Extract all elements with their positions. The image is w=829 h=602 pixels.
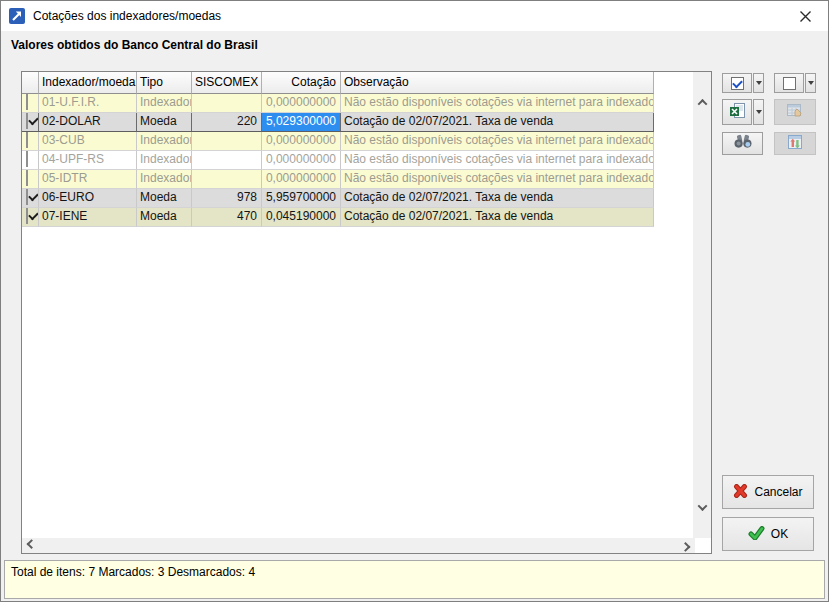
grid-container: Indexador/moeda Tipo SISCOMEX Cotação Ob… bbox=[21, 71, 712, 554]
row-checkbox[interactable] bbox=[26, 132, 28, 148]
cell-siscomex bbox=[192, 170, 262, 189]
table-row[interactable]: 06-EURO Moeda 978 5,959700000 Cotação de… bbox=[22, 189, 654, 208]
cell-observacao: Cotação de 02/07/2021. Taxa de venda bbox=[341, 113, 654, 132]
table-row[interactable]: 05-IDTR Indexador 0,000000000 Não estão … bbox=[22, 170, 654, 189]
empty-checkbox-icon bbox=[783, 77, 796, 90]
cell-observacao: Não estão disponíveis cotações via inter… bbox=[341, 151, 654, 170]
table-row[interactable]: 04-UPF-RS Indexador 0,000000000 Não estã… bbox=[22, 151, 654, 170]
row-checkbox[interactable] bbox=[26, 170, 28, 186]
row-checkbox[interactable] bbox=[26, 151, 28, 167]
column-header-tipo[interactable]: Tipo bbox=[137, 72, 192, 94]
scroll-right-icon[interactable] bbox=[677, 538, 694, 553]
apply-selection-button bbox=[774, 99, 816, 125]
cell-indexador: 03-CUB bbox=[39, 132, 137, 151]
table-row[interactable]: 01-U.F.I.R. Indexador 0,000000000 Não es… bbox=[22, 94, 654, 113]
row-checkbox-cell[interactable] bbox=[22, 151, 39, 170]
status-bar: Total de itens: 7 Marcados: 3 Desmarcado… bbox=[4, 560, 825, 599]
row-checkbox[interactable] bbox=[26, 208, 28, 224]
ok-check-icon bbox=[748, 526, 765, 543]
cell-indexador: 04-UPF-RS bbox=[39, 151, 137, 170]
horizontal-scrollbar[interactable] bbox=[22, 538, 695, 553]
cell-indexador: 02-DOLAR bbox=[39, 113, 137, 132]
cell-indexador: 05-IDTR bbox=[39, 170, 137, 189]
mark-all-dropdown-button[interactable] bbox=[753, 73, 764, 93]
checked-checkbox-icon bbox=[731, 77, 744, 90]
cell-indexador: 07-IENE bbox=[39, 208, 137, 227]
app-icon bbox=[9, 8, 25, 24]
column-header-indexador[interactable]: Indexador/moeda bbox=[39, 72, 137, 94]
cell-tipo: Indexador bbox=[137, 94, 192, 113]
row-checkbox[interactable] bbox=[26, 113, 28, 129]
vertical-scrollbar[interactable] bbox=[693, 72, 711, 538]
row-checkbox[interactable] bbox=[26, 189, 28, 205]
cell-cotacao: 0,045190000 bbox=[262, 208, 341, 227]
cell-siscomex: 220 bbox=[192, 113, 262, 132]
row-checkbox-cell[interactable] bbox=[22, 113, 39, 132]
cell-observacao: Não estão disponíveis cotações via inter… bbox=[341, 94, 654, 113]
cell-siscomex bbox=[192, 94, 262, 113]
hand-grid-icon bbox=[786, 102, 804, 122]
export-dropdown-button[interactable] bbox=[753, 99, 764, 125]
cell-cotacao: 0,000000000 bbox=[262, 151, 341, 170]
cell-siscomex bbox=[192, 151, 262, 170]
cancel-button-label: Cancelar bbox=[754, 485, 802, 499]
scroll-down-icon[interactable] bbox=[693, 499, 711, 516]
cell-cotacao: 0,000000000 bbox=[262, 94, 341, 113]
dialog-cotacoes: Cotações dos indexadores/moedas Valores … bbox=[0, 0, 829, 602]
ok-button-label: OK bbox=[771, 527, 788, 541]
cancel-button[interactable]: Cancelar bbox=[722, 475, 814, 509]
window-title: Cotações dos indexadores/moedas bbox=[33, 9, 221, 23]
row-checkbox-cell[interactable] bbox=[22, 132, 39, 151]
column-header-observacao[interactable]: Observação bbox=[341, 72, 654, 94]
cell-tipo: Indexador bbox=[137, 132, 192, 151]
adjust-columns-button bbox=[774, 132, 816, 155]
export-excel-button[interactable] bbox=[722, 99, 752, 125]
grid-rows: 01-U.F.I.R. Indexador 0,000000000 Não es… bbox=[22, 94, 654, 227]
column-header-siscomex[interactable]: SISCOMEX bbox=[192, 72, 262, 94]
row-checkbox-cell[interactable] bbox=[22, 189, 39, 208]
cancel-x-icon bbox=[733, 484, 748, 501]
cell-observacao: Cotação de 02/07/2021. Taxa de venda bbox=[341, 189, 654, 208]
cell-observacao: Não estão disponíveis cotações via inter… bbox=[341, 132, 654, 151]
unmark-all-dropdown-button[interactable] bbox=[805, 73, 816, 93]
table-row[interactable]: 03-CUB Indexador 0,000000000 Não estão d… bbox=[22, 132, 654, 151]
cell-tipo: Indexador bbox=[137, 151, 192, 170]
cell-tipo: Indexador bbox=[137, 170, 192, 189]
cell-indexador: 06-EURO bbox=[39, 189, 137, 208]
cell-indexador: 01-U.F.I.R. bbox=[39, 94, 137, 113]
cell-observacao: Cotação de 02/07/2021. Taxa de venda bbox=[341, 208, 654, 227]
row-checkbox-cell[interactable] bbox=[22, 170, 39, 189]
column-header-cotacao[interactable]: Cotação bbox=[262, 72, 341, 94]
table-row[interactable]: 02-DOLAR Moeda 220 5,029300000 Cotação d… bbox=[22, 113, 654, 132]
excel-export-icon bbox=[729, 102, 746, 123]
row-checkbox[interactable] bbox=[26, 94, 28, 110]
cell-tipo: Moeda bbox=[137, 208, 192, 227]
chevron-down-icon bbox=[756, 81, 762, 85]
page-title: Valores obtidos do Banco Central do Bras… bbox=[11, 38, 258, 52]
cell-tipo: Moeda bbox=[137, 113, 192, 132]
up-down-arrows-icon bbox=[787, 134, 803, 154]
cell-tipo: Moeda bbox=[137, 189, 192, 208]
ok-button[interactable]: OK bbox=[722, 517, 814, 551]
cell-siscomex bbox=[192, 132, 262, 151]
chevron-down-icon bbox=[808, 81, 814, 85]
unmark-all-button[interactable] bbox=[774, 73, 804, 93]
row-checkbox-cell[interactable] bbox=[22, 94, 39, 113]
cell-siscomex: 978 bbox=[192, 189, 262, 208]
chevron-down-icon bbox=[756, 110, 762, 114]
cell-cotacao: 5,959700000 bbox=[262, 189, 341, 208]
table-row[interactable]: 07-IENE Moeda 470 0,045190000 Cotação de… bbox=[22, 208, 654, 227]
scroll-up-icon[interactable] bbox=[693, 94, 711, 111]
mark-all-button[interactable] bbox=[722, 73, 752, 93]
cell-cotacao: 0,000000000 bbox=[262, 132, 341, 151]
cell-cotacao: 0,000000000 bbox=[262, 170, 341, 189]
scroll-left-icon[interactable] bbox=[23, 538, 40, 553]
grid-header: Indexador/moeda Tipo SISCOMEX Cotação Ob… bbox=[22, 72, 654, 94]
cell-cotacao: 5,029300000 bbox=[262, 113, 341, 132]
row-checkbox-cell[interactable] bbox=[22, 208, 39, 227]
cell-observacao: Não estão disponíveis cotações via inter… bbox=[341, 170, 654, 189]
close-icon[interactable] bbox=[788, 1, 822, 31]
search-button[interactable] bbox=[722, 132, 763, 155]
titlebar[interactable]: Cotações dos indexadores/moedas bbox=[1, 1, 828, 31]
column-header-checkbox[interactable] bbox=[22, 72, 39, 94]
